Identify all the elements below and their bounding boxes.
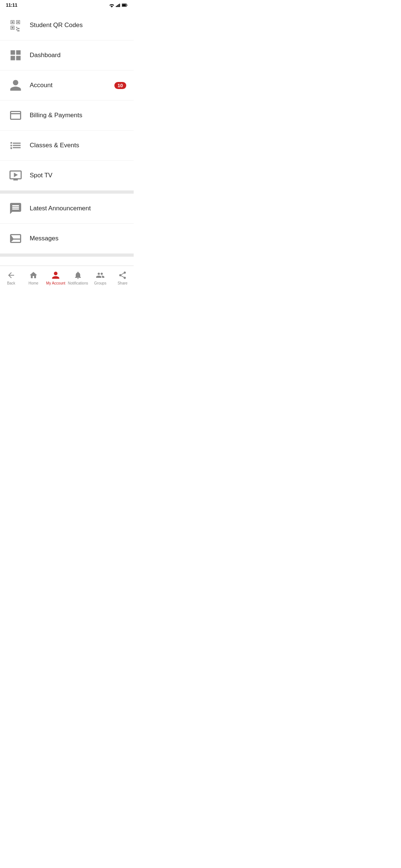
status-bar: 11:11 bbox=[0, 0, 134, 10]
menu-label-spot-tv: Spot TV bbox=[30, 172, 52, 179]
svg-rect-4 bbox=[119, 4, 120, 7]
menu-item-account[interactable]: Account 10 bbox=[0, 70, 134, 101]
nav-groups-label: Groups bbox=[94, 281, 107, 285]
groups-icon bbox=[95, 270, 105, 280]
nav-my-account-label: My Account bbox=[46, 281, 65, 285]
back-icon bbox=[6, 270, 16, 280]
nav-groups[interactable]: Groups bbox=[89, 268, 111, 287]
billing-icon bbox=[7, 107, 24, 124]
menu-label-classes-events: Classes & Events bbox=[30, 142, 79, 149]
menu-item-classes-events[interactable]: Classes & Events bbox=[0, 131, 134, 161]
menu-label-messages: Messages bbox=[30, 235, 58, 242]
notifications-icon bbox=[73, 270, 83, 280]
messages-icon bbox=[7, 230, 24, 247]
menu-label-dashboard: Dashboard bbox=[30, 52, 61, 59]
menu-item-dashboard[interactable]: Dashboard bbox=[0, 40, 134, 70]
menu-label-student-qr-codes: Student QR Codes bbox=[30, 22, 83, 29]
contact-icon bbox=[7, 263, 24, 266]
dashboard-icon bbox=[7, 47, 24, 63]
svg-rect-8 bbox=[11, 142, 12, 144]
menu-item-contact-us[interactable]: Contact Us bbox=[0, 257, 134, 266]
svg-rect-7 bbox=[122, 4, 126, 6]
svg-rect-2 bbox=[117, 5, 118, 7]
menu-item-latest-announcement[interactable]: Latest Announcement bbox=[0, 194, 134, 224]
nav-share[interactable]: Share bbox=[111, 268, 134, 287]
status-icons bbox=[109, 3, 128, 7]
menu-item-billing-payments[interactable]: Billing & Payments bbox=[0, 101, 134, 131]
bottom-nav: Back Home My Account Notifications Group… bbox=[0, 266, 134, 289]
nav-share-label: Share bbox=[118, 281, 128, 285]
svg-rect-1 bbox=[116, 6, 117, 7]
nav-home[interactable]: Home bbox=[22, 268, 45, 287]
nav-back-label: Back bbox=[7, 281, 15, 285]
nav-notifications[interactable]: Notifications bbox=[67, 268, 89, 287]
section-divider-1 bbox=[0, 191, 134, 194]
svg-point-0 bbox=[111, 7, 112, 7]
menu-label-latest-announcement: Latest Announcement bbox=[30, 205, 91, 212]
status-time: 11:11 bbox=[6, 3, 17, 8]
signal-icon bbox=[116, 3, 120, 7]
account-icon bbox=[7, 77, 24, 93]
section-divider-2 bbox=[0, 254, 134, 257]
nav-home-label: Home bbox=[29, 281, 39, 285]
svg-rect-10 bbox=[11, 148, 12, 149]
wifi-icon bbox=[109, 3, 114, 7]
tv-icon bbox=[7, 167, 24, 184]
qr-code-icon bbox=[7, 17, 24, 33]
svg-rect-9 bbox=[11, 145, 12, 147]
announcement-icon bbox=[7, 200, 24, 217]
menu-item-messages[interactable]: Messages bbox=[0, 224, 134, 254]
nav-back[interactable]: Back bbox=[0, 268, 22, 287]
share-icon bbox=[118, 270, 127, 280]
battery-icon bbox=[122, 3, 128, 7]
svg-rect-3 bbox=[118, 4, 119, 7]
menu-list: Student QR Codes Dashboard Account 10 Bi… bbox=[0, 10, 134, 266]
nav-my-account[interactable]: My Account bbox=[45, 268, 67, 287]
menu-label-account: Account bbox=[30, 82, 52, 89]
menu-label-billing-payments: Billing & Payments bbox=[30, 112, 82, 119]
account-badge: 10 bbox=[114, 82, 126, 89]
classes-icon bbox=[7, 137, 24, 154]
menu-item-student-qr-codes[interactable]: Student QR Codes bbox=[0, 10, 134, 40]
home-icon bbox=[29, 270, 38, 280]
nav-notifications-label: Notifications bbox=[68, 281, 88, 285]
my-account-icon bbox=[51, 270, 61, 280]
svg-rect-6 bbox=[127, 5, 127, 6]
menu-item-spot-tv[interactable]: Spot TV bbox=[0, 161, 134, 191]
